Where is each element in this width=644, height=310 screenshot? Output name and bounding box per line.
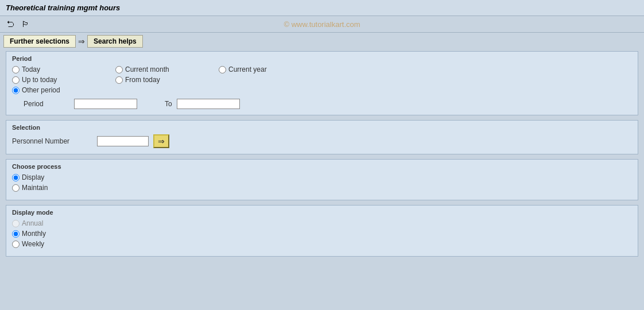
main-content: Period Today Up to today Other period — [0, 48, 644, 265]
maintain-radio[interactable] — [12, 184, 20, 192]
up-to-today-label: Up to today — [22, 76, 57, 84]
period-section-label: Period — [12, 55, 632, 62]
today-label: Today — [22, 65, 40, 73]
from-today-radio[interactable] — [115, 76, 123, 84]
current-year-radio[interactable] — [219, 66, 226, 73]
display-mode-label: Display mode — [12, 209, 632, 216]
back-icon[interactable]: ⮌ — [5, 18, 16, 30]
today-radio[interactable] — [12, 66, 20, 73]
search-helps-tab[interactable]: Search helps — [87, 35, 143, 48]
further-selections-tab[interactable]: Further selections — [3, 35, 76, 48]
choose-process-section: Choose process Display Maintain — [6, 159, 638, 200]
up-to-today-radio[interactable] — [12, 76, 20, 84]
annual-radio[interactable] — [12, 220, 20, 227]
monthly-label: Monthly — [22, 230, 46, 238]
selection-section: Selection Personnel Number ⇒ — [6, 120, 638, 154]
display-mode-section: Display mode Annual Monthly Weekly — [6, 205, 638, 257]
tab-arrow-icon: ⇒ — [78, 37, 85, 46]
current-month-label: Current month — [125, 65, 169, 73]
other-period-radio[interactable] — [12, 87, 20, 94]
personnel-number-label: Personnel Number — [12, 137, 92, 145]
watermark: © www.tutorialkart.com — [284, 20, 360, 29]
annual-label: Annual — [22, 219, 43, 227]
flag-icon[interactable]: 🏳 — [20, 18, 31, 30]
period-from-input[interactable] — [74, 99, 137, 109]
other-period-label: Other period — [22, 86, 60, 94]
period-section: Period Today Up to today Other period — [6, 51, 638, 115]
display-radio[interactable] — [12, 174, 20, 181]
app-title: Theoretical training mgmt hours — [6, 3, 120, 12]
weekly-radio[interactable] — [12, 241, 20, 248]
current-year-label: Current year — [228, 65, 267, 73]
weekly-label: Weekly — [22, 240, 44, 248]
to-label: To — [165, 100, 172, 108]
toolbar: ⮌ 🏳 © www.tutorialkart.com — [0, 16, 644, 33]
choose-process-label: Choose process — [12, 163, 632, 170]
personnel-number-arrow-btn[interactable]: ⇒ — [153, 134, 169, 148]
title-bar: Theoretical training mgmt hours — [0, 0, 644, 16]
from-today-label: From today — [125, 76, 160, 84]
tab-bar: Further selections ⇒ Search helps — [0, 33, 644, 48]
maintain-label: Maintain — [22, 184, 48, 192]
display-label: Display — [22, 173, 44, 181]
period-field-label: Period — [24, 100, 69, 108]
personnel-number-input[interactable] — [97, 136, 149, 146]
period-to-input[interactable] — [177, 99, 240, 109]
monthly-radio[interactable] — [12, 230, 20, 238]
selection-section-label: Selection — [12, 124, 632, 131]
current-month-radio[interactable] — [115, 66, 123, 73]
